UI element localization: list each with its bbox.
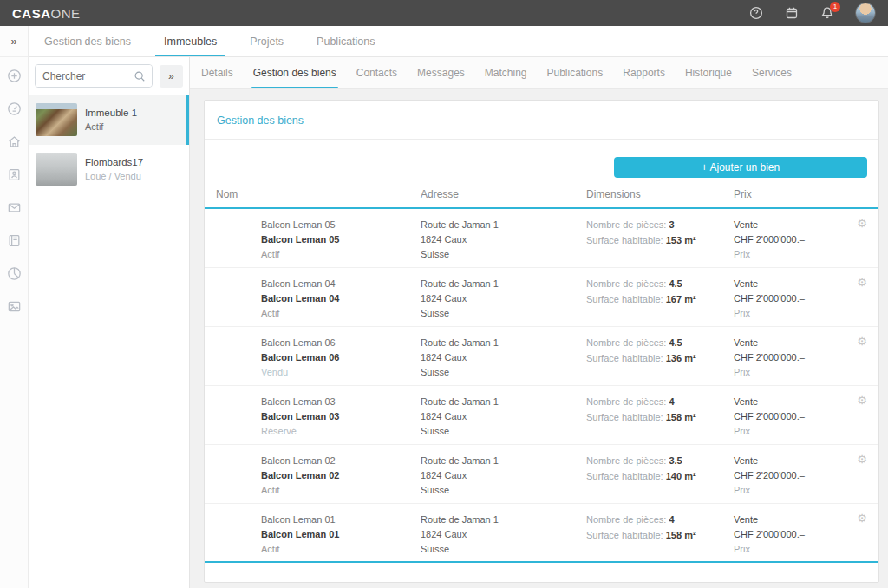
dashboard-icon[interactable] — [6, 101, 22, 116]
search-icon[interactable] — [127, 65, 152, 87]
rail-expand-button[interactable]: » — [0, 26, 28, 57]
logo-light: ONE — [51, 6, 81, 21]
app-window: CASAONE 1 » — [0, 0, 888, 588]
add-property-button[interactable]: + Ajouter un bien — [614, 157, 867, 178]
table-row[interactable]: Balcon Leman 02 Balcon Leman 02 Actif Ro… — [205, 445, 878, 504]
detail-tab[interactable]: Matching — [485, 57, 527, 88]
table-row[interactable]: Balcon Leman 03 Balcon Leman 03 Réservé … — [205, 386, 878, 445]
table-row[interactable]: Balcon Leman 05 Balcon Leman 05 Actif Ro… — [205, 209, 878, 268]
address-city: 1824 Caux — [421, 232, 586, 247]
price-label: Prix — [734, 542, 850, 557]
user-avatar[interactable] — [855, 3, 876, 23]
contact-card-icon[interactable] — [6, 167, 22, 182]
table-header: Nom Adresse Dimensions Prix — [205, 188, 878, 209]
detail-tab-label: Publications — [547, 67, 604, 79]
calendar-icon[interactable] — [784, 6, 799, 21]
rooms-value: 4 — [669, 514, 674, 525]
detail-tab[interactable]: Gestion des biens — [253, 57, 336, 88]
row-settings-gear-icon[interactable]: ⚙ — [857, 277, 867, 326]
rooms-value: 3 — [669, 219, 674, 230]
property-title: Immeuble 1 — [85, 106, 137, 121]
panel-collapse-button[interactable]: » — [160, 65, 183, 88]
double-chevron-right-icon: » — [168, 70, 174, 82]
gestion-des-biens-card: Gestion des biens + Ajouter un bien Nom … — [204, 100, 879, 583]
module-nav-tab[interactable]: Gestion des biens — [41, 26, 134, 56]
module-nav-tab[interactable]: Projets — [246, 26, 287, 56]
unit-status: Actif — [261, 542, 421, 557]
rooms-value: 3.5 — [669, 455, 682, 466]
address-street: Route de Jaman 1 — [421, 454, 586, 468]
detail-tab[interactable]: Messages — [417, 57, 465, 88]
module-nav-tab-label: Projets — [250, 36, 284, 48]
module-nav-tab[interactable]: Publications — [313, 26, 378, 56]
icon-rail: » — [0, 26, 29, 588]
address-city: 1824 Caux — [421, 409, 586, 424]
row-settings-gear-icon[interactable]: ⚙ — [857, 395, 867, 444]
card-footer — [205, 563, 878, 582]
add-circle-icon[interactable] — [6, 68, 22, 83]
unit-name-bold: Balcon Leman 04 — [261, 291, 421, 306]
unit-name: Balcon Leman 01 — [261, 513, 421, 527]
main-content: Détails Gestion des biens Contacts Messa… — [190, 57, 888, 588]
unit-status: Réservé — [261, 424, 421, 439]
casaone-logo: CASAONE — [12, 6, 81, 21]
cell-nom: Balcon Leman 04 Balcon Leman 04 Actif — [261, 277, 421, 326]
book-icon[interactable] — [6, 232, 22, 248]
property-list-item[interactable]: Immeuble 1 Actif — [29, 95, 189, 145]
detail-tab[interactable]: Services — [752, 57, 792, 88]
address-country: Suisse — [421, 542, 586, 557]
home-icon[interactable] — [6, 134, 22, 149]
property-list-item[interactable]: Flombards17 Loué / Vendu — [29, 145, 189, 194]
cell-adresse: Route de Jaman 1 1824 Caux Suisse — [421, 513, 586, 561]
cell-nom: Balcon Leman 05 Balcon Leman 05 Actif — [261, 218, 421, 267]
help-icon[interactable] — [748, 6, 763, 21]
cell-nom: Balcon Leman 03 Balcon Leman 03 Réservé — [261, 395, 421, 444]
cell-adresse: Route de Jaman 1 1824 Caux Suisse — [421, 336, 586, 385]
unit-name: Balcon Leman 05 — [261, 218, 421, 232]
row-settings-gear-icon[interactable]: ⚙ — [857, 218, 867, 267]
price-label: Prix — [734, 365, 850, 380]
pie-chart-icon[interactable] — [6, 265, 22, 281]
property-title: Flombards17 — [85, 155, 143, 170]
cell-prix: Vente CHF 2'000'000.– Prix — [734, 513, 850, 561]
row-settings-gear-icon[interactable]: ⚙ — [857, 513, 867, 561]
cell-dimensions: Nombre de pièces: 3 Surface habitable: 1… — [586, 218, 734, 267]
price-value: CHF 2'000'000.– — [734, 232, 850, 247]
offer-type: Vente — [734, 513, 850, 527]
image-icon[interactable] — [6, 298, 22, 314]
unit-status: Actif — [261, 247, 421, 262]
row-settings-gear-icon[interactable]: ⚙ — [857, 336, 867, 385]
table-row[interactable]: Balcon Leman 06 Balcon Leman 06 Vendu Ro… — [205, 327, 878, 386]
module-nav-tab-label: Gestion des biens — [44, 36, 131, 48]
price-label: Prix — [734, 483, 850, 498]
unit-name: Balcon Leman 04 — [261, 277, 421, 291]
cell-adresse: Route de Jaman 1 1824 Caux Suisse — [421, 277, 586, 326]
detail-tab-label: Contacts — [356, 67, 397, 79]
detail-tab[interactable]: Publications — [547, 57, 604, 88]
module-nav-tab[interactable]: Immeubles — [160, 26, 220, 56]
detail-tab[interactable]: Contacts — [356, 57, 397, 88]
rooms-label: Nombre de pièces: — [586, 219, 666, 230]
detail-tab[interactable]: Historique — [685, 57, 732, 88]
table-row[interactable]: Balcon Leman 04 Balcon Leman 04 Actif Ro… — [205, 268, 878, 327]
cell-adresse: Route de Jaman 1 1824 Caux Suisse — [421, 395, 586, 444]
section-title: Gestion des biens — [217, 114, 304, 127]
notifications-icon[interactable]: 1 — [819, 6, 834, 21]
offer-type: Vente — [734, 218, 850, 232]
row-settings-gear-icon[interactable]: ⚙ — [857, 454, 867, 503]
envelope-icon[interactable] — [6, 199, 22, 215]
search-input[interactable] — [36, 65, 127, 87]
address-country: Suisse — [421, 483, 586, 498]
unit-name: Balcon Leman 03 — [261, 395, 421, 409]
address-street: Route de Jaman 1 — [421, 277, 586, 291]
detail-tabs: Détails Gestion des biens Contacts Messa… — [190, 57, 888, 89]
cell-dimensions: Nombre de pièces: 4 Surface habitable: 1… — [586, 513, 734, 561]
price-value: CHF 2'000'000.– — [734, 350, 850, 365]
column-header-dimensions: Dimensions — [586, 188, 734, 200]
table-row[interactable]: Balcon Leman 01 Balcon Leman 01 Actif Ro… — [205, 504, 878, 563]
cell-adresse: Route de Jaman 1 1824 Caux Suisse — [421, 218, 586, 267]
detail-tab[interactable]: Rapports — [623, 57, 665, 88]
surface-label: Surface habitable: — [586, 471, 663, 481]
detail-tab[interactable]: Détails — [201, 57, 233, 88]
property-list-panel: » Immeuble 1 Actif Flombards17 Loué / Ve… — [29, 57, 190, 588]
